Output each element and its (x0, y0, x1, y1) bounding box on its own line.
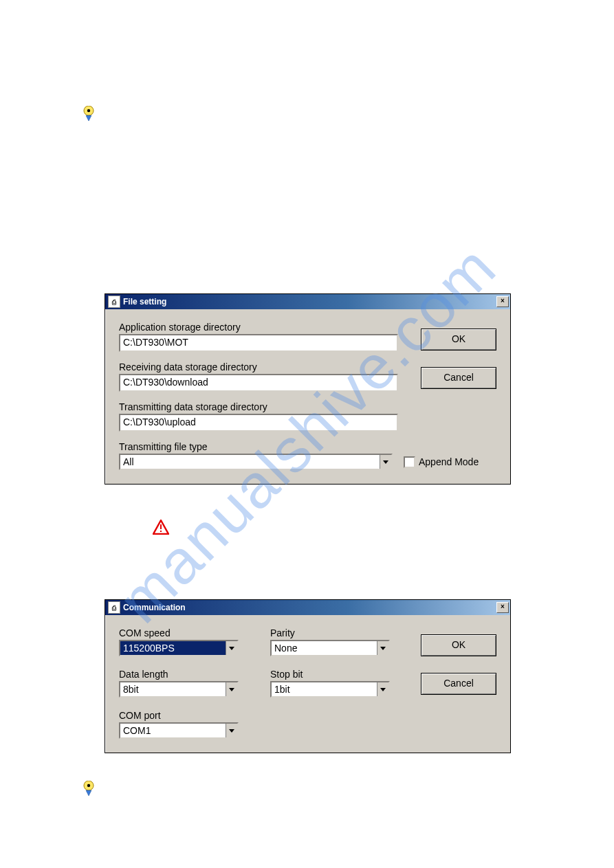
stop-bit-label: Stop bit (270, 669, 394, 680)
file-type-select[interactable]: All (119, 454, 393, 470)
chevron-down-icon[interactable] (226, 724, 237, 737)
file-setting-titlebar[interactable]: ⎙ File setting × (105, 294, 510, 309)
svg-point-5 (87, 784, 90, 787)
app-icon: ⎙ (108, 296, 120, 308)
com-port-value: COM1 (120, 724, 226, 737)
com-port-label: COM port (119, 710, 243, 721)
file-type-label: Transmitting file type (119, 441, 496, 452)
communication-title: Communication (123, 603, 496, 612)
file-setting-dialog: ⎙ File setting × OK Cancel Application s… (105, 293, 511, 485)
ok-button[interactable]: OK (421, 634, 496, 656)
parity-select[interactable]: None (270, 640, 390, 656)
recv-dir-input[interactable]: C:\DT930\download (119, 374, 398, 392)
com-port-select[interactable]: COM1 (119, 722, 239, 739)
close-button[interactable]: × (496, 602, 509, 613)
tip-bulb-icon (83, 106, 95, 121)
trans-dir-input[interactable]: C:\DT930\upload (119, 414, 398, 432)
file-setting-title: File setting (123, 297, 496, 307)
com-speed-select[interactable]: 115200BPS (119, 640, 239, 656)
communication-titlebar[interactable]: ⎙ Communication × (105, 600, 510, 615)
chevron-down-icon[interactable] (377, 682, 388, 696)
parity-value: None (272, 641, 377, 655)
communication-dialog: ⎙ Communication × OK Cancel COM speed 11… (105, 599, 511, 753)
svg-rect-2 (160, 524, 162, 529)
cancel-button[interactable]: Cancel (421, 673, 496, 695)
svg-point-1 (87, 109, 90, 112)
stop-bit-value: 1bit (272, 682, 377, 696)
data-length-label: Data length (119, 669, 243, 680)
chevron-down-icon[interactable] (380, 455, 391, 469)
warning-triangle-icon (153, 520, 169, 535)
cancel-button[interactable]: Cancel (421, 367, 496, 389)
com-speed-value: 115200BPS (120, 641, 226, 655)
svg-rect-3 (160, 531, 162, 532)
append-mode-checkbox[interactable]: Append Mode (404, 456, 479, 468)
append-mode-label: Append Mode (419, 456, 479, 467)
app-icon: ⎙ (108, 601, 120, 614)
tip-bulb-icon (83, 781, 95, 796)
ok-button[interactable]: OK (421, 329, 496, 350)
file-type-value: All (120, 455, 380, 469)
chevron-down-icon[interactable] (226, 682, 237, 696)
chevron-down-icon[interactable] (226, 641, 237, 655)
chevron-down-icon[interactable] (377, 641, 388, 655)
close-button[interactable]: × (496, 296, 509, 307)
trans-dir-label: Transmitting data storage directory (119, 401, 496, 412)
data-length-select[interactable]: 8bit (119, 681, 239, 698)
app-dir-input[interactable]: C:\DT930\MOT (119, 334, 398, 352)
com-speed-label: COM speed (119, 627, 243, 638)
data-length-value: 8bit (120, 682, 226, 696)
stop-bit-select[interactable]: 1bit (270, 681, 390, 698)
checkbox-box[interactable] (404, 456, 415, 468)
parity-label: Parity (270, 627, 394, 638)
